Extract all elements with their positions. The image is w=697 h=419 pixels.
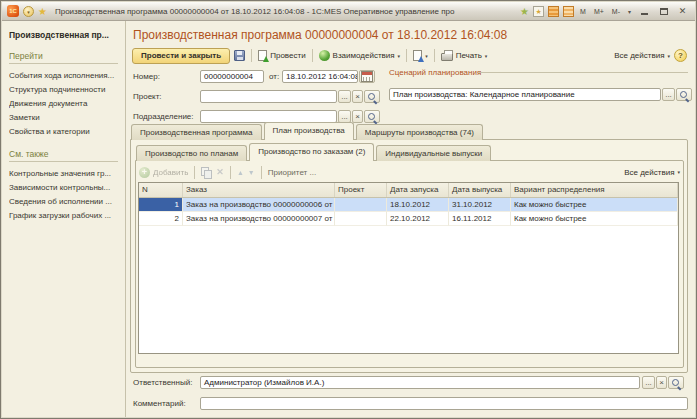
column-header-distribution[interactable]: Вариант распределения bbox=[511, 183, 678, 197]
memory-minus-button[interactable]: М- bbox=[610, 8, 622, 15]
maximize-button[interactable] bbox=[656, 5, 671, 18]
orders-all-actions-button[interactable]: Все действия ▾ bbox=[624, 168, 680, 177]
interactions-icon bbox=[319, 50, 330, 61]
responsible-open-button[interactable] bbox=[668, 376, 684, 389]
sidebar-item-control-dependencies[interactable]: Зависимости контрольны... bbox=[9, 180, 118, 194]
number-field[interactable]: 00000000004 bbox=[200, 70, 264, 83]
sidebar-item-control-values[interactable]: Контрольные значения гр... bbox=[9, 166, 118, 180]
cell-distribution[interactable]: Как можно быстрее bbox=[511, 212, 678, 226]
sidebar-item-notes[interactable]: Заметки bbox=[9, 110, 118, 124]
chevron-down-icon: ▾ bbox=[677, 169, 680, 175]
tab-production-plan[interactable]: План производства bbox=[264, 122, 354, 140]
responsible-clear-button[interactable]: × bbox=[656, 376, 667, 389]
table-header-row: N Заказ Проект Дата запуска Дата выпуска… bbox=[139, 183, 678, 198]
scenario-group-label: Сценарий планирования bbox=[389, 68, 481, 77]
table-row[interactable]: 1 Заказ на производство 00000000006 от 1… bbox=[139, 198, 678, 212]
tab-production-program[interactable]: Производственная программа bbox=[131, 124, 262, 140]
all-actions-button[interactable]: Все действия ▾ bbox=[614, 51, 670, 60]
sidebar-header-goto: Перейти bbox=[9, 51, 118, 64]
cell-n[interactable]: 2 bbox=[139, 212, 183, 226]
calendar-icon bbox=[361, 71, 373, 82]
calculator-titlebar-icon[interactable] bbox=[563, 6, 574, 17]
tab-production-by-plans[interactable]: Производство по планам bbox=[136, 145, 247, 161]
calendar-titlebar-icon[interactable] bbox=[548, 6, 559, 17]
project-clear-button[interactable]: × bbox=[352, 90, 363, 103]
toolbar-separator bbox=[434, 49, 435, 62]
maximize-icon bbox=[660, 8, 668, 15]
delete-row-icon[interactable]: ✕ bbox=[216, 167, 224, 177]
interactions-button[interactable]: Взаимодействия ▾ bbox=[319, 50, 401, 61]
sidebar-item-execution-events[interactable]: События хода исполнения... bbox=[9, 68, 118, 82]
cell-n[interactable]: 1 bbox=[139, 198, 183, 212]
column-header-n[interactable]: N bbox=[139, 183, 183, 197]
add-icon: + bbox=[139, 167, 150, 178]
sidebar-item-subordination-structure[interactable]: Структура подчиненности bbox=[9, 82, 118, 96]
responsible-field[interactable]: Администратор (Измайлов И.А.) bbox=[200, 376, 640, 389]
outer-tab-strip: Производственная программа План производ… bbox=[131, 122, 483, 140]
post-document-icon bbox=[258, 50, 267, 61]
number-label: Номер: bbox=[133, 72, 160, 81]
date-calendar-button[interactable] bbox=[359, 70, 375, 83]
responsible-choose-button[interactable]: ... bbox=[642, 376, 655, 389]
cell-project[interactable] bbox=[335, 212, 387, 226]
cell-release-date[interactable]: 16.11.2012 bbox=[449, 212, 511, 226]
scenario-open-button[interactable] bbox=[676, 88, 692, 101]
favorites-star-icon[interactable]: ★ bbox=[38, 6, 47, 17]
scenario-choose-button[interactable]: ... bbox=[662, 88, 675, 101]
favorites-list-icon[interactable]: ★ bbox=[533, 6, 544, 17]
close-button[interactable]: ✕ bbox=[675, 5, 690, 18]
chevron-down-icon: ▾ bbox=[398, 53, 401, 59]
date-field[interactable]: 18.10.2012 16:04:08 bbox=[282, 70, 358, 83]
cell-launch-date[interactable]: 22.10.2012 bbox=[387, 212, 449, 226]
move-up-icon[interactable]: ▲ bbox=[237, 169, 244, 176]
scenario-field[interactable]: План производства: Календарное планирова… bbox=[389, 88, 661, 101]
project-open-button[interactable] bbox=[364, 90, 380, 103]
move-down-icon[interactable]: ▼ bbox=[248, 169, 255, 176]
titlebar-more-caret[interactable]: ▾ bbox=[626, 8, 633, 15]
memory-button[interactable]: М bbox=[578, 8, 588, 15]
column-header-launch-date[interactable]: Дата запуска bbox=[387, 183, 449, 197]
sidebar-section-see-also: См. также Контрольные значения гр... Зав… bbox=[9, 149, 118, 222]
cell-release-date[interactable]: 31.10.2012 bbox=[449, 198, 511, 212]
post-and-close-button[interactable]: Провести и закрыть bbox=[132, 48, 230, 64]
cell-order[interactable]: Заказ на производство 00000000007 от 18.… bbox=[183, 212, 335, 226]
save-icon[interactable] bbox=[234, 50, 245, 61]
add-row-button[interactable]: + Добавить bbox=[139, 167, 188, 178]
sidebar-item-execution-info[interactable]: Сведения об исполнении ... bbox=[9, 194, 118, 208]
column-header-project[interactable]: Проект bbox=[335, 183, 387, 197]
minimize-button[interactable] bbox=[637, 5, 652, 18]
help-button[interactable]: ? bbox=[674, 49, 687, 62]
add-favorite-icon[interactable]: ★ bbox=[520, 6, 529, 17]
print-button[interactable]: Печать ▾ bbox=[441, 50, 488, 61]
tab-individual-releases[interactable]: Индивидуальные выпуски bbox=[376, 145, 491, 161]
table-row[interactable]: 2 Заказ на производство 00000000007 от 1… bbox=[139, 212, 678, 226]
priority-button[interactable]: Приоритет ... bbox=[268, 168, 316, 177]
cell-order[interactable]: Заказ на производство 00000000006 от 18.… bbox=[183, 198, 335, 212]
create-based-on-button[interactable]: ▾ bbox=[413, 50, 428, 61]
column-header-release-date[interactable]: Дата выпуска bbox=[449, 183, 511, 197]
sidebar-item-document-movements[interactable]: Движения документа bbox=[9, 96, 118, 110]
memory-plus-button[interactable]: М+ bbox=[592, 8, 606, 15]
column-header-order[interactable]: Заказ bbox=[183, 183, 335, 197]
sidebar-item-workload-chart[interactable]: График загрузки рабочих ... bbox=[9, 208, 118, 222]
system-menu-button[interactable]: ▾ bbox=[23, 6, 34, 17]
command-bar: Провести и закрыть Провести Взаимодейств… bbox=[132, 46, 687, 65]
sidebar: Производственная пр... Перейти События х… bbox=[2, 21, 126, 417]
copy-row-icon[interactable] bbox=[201, 167, 212, 178]
cell-project[interactable] bbox=[335, 198, 387, 212]
cell-launch-date[interactable]: 18.10.2012 bbox=[387, 198, 449, 212]
sidebar-item-properties-categories[interactable]: Свойства и категории bbox=[9, 124, 118, 138]
application-window: 1С ▾ ★ Производственная программа 000000… bbox=[0, 0, 697, 419]
responsible-label: Ответственный: bbox=[133, 378, 192, 387]
comment-field[interactable] bbox=[200, 397, 688, 410]
page-title: Производственная программа 00000000004 о… bbox=[133, 28, 507, 42]
magnifier-icon bbox=[678, 89, 690, 101]
project-field[interactable] bbox=[200, 90, 337, 103]
tab-production-by-orders[interactable]: Производство по заказам (2) bbox=[249, 143, 374, 161]
post-button[interactable]: Провести bbox=[258, 50, 305, 61]
cell-distribution[interactable]: Как можно быстрее bbox=[511, 198, 678, 212]
tab-production-routes[interactable]: Маршруты производства (74) bbox=[356, 124, 483, 140]
toolbar-separator bbox=[312, 49, 313, 62]
project-choose-button[interactable]: ... bbox=[338, 90, 351, 103]
printer-icon bbox=[441, 53, 453, 61]
